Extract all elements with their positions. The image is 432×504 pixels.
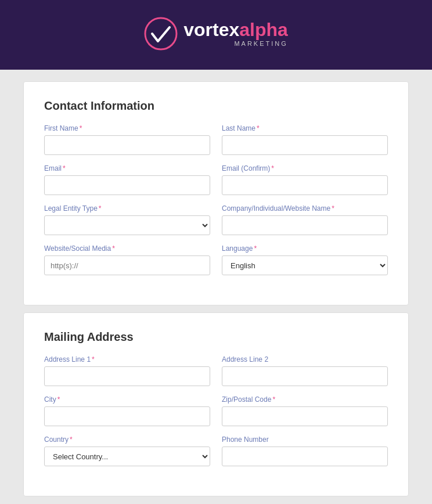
contact-section: Contact Information First Name* Last Nam… <box>23 81 409 305</box>
logo-brand: vortexalpha <box>183 20 288 39</box>
svg-point-0 <box>145 18 177 49</box>
address-line2-input[interactable] <box>222 366 388 386</box>
email-group: Email* <box>44 164 210 195</box>
email-confirm-group: Email (Confirm)* <box>222 164 388 195</box>
mailing-row-1: Address Line 1* Address Line 2 <box>44 355 388 386</box>
city-input[interactable] <box>44 406 210 426</box>
first-name-input[interactable] <box>44 135 210 155</box>
email-confirm-label: Email (Confirm)* <box>222 164 388 172</box>
logo-container: vortexalpha MARKETING <box>144 17 288 51</box>
zip-code-input[interactable] <box>222 406 388 426</box>
last-name-input[interactable] <box>222 135 388 155</box>
country-group: Country* Select Country... United States… <box>44 435 210 466</box>
contact-row-4: Website/Social Media* Language* English … <box>44 244 388 275</box>
email-label: Email* <box>44 164 210 172</box>
website-social-label: Website/Social Media* <box>44 244 210 253</box>
last-name-group: Last Name* <box>222 124 388 155</box>
legal-entity-select[interactable]: Individual Company LLC <box>44 215 210 235</box>
language-group: Language* English Spanish French German <box>222 244 388 275</box>
brand-white: vortex <box>183 19 239 40</box>
logo-text: vortexalpha MARKETING <box>183 20 288 47</box>
address-line2-label: Address Line 2 <box>222 355 388 363</box>
company-name-input[interactable] <box>222 215 388 235</box>
contact-row-3: Legal Entity Type* Individual Company LL… <box>44 204 388 235</box>
address-line1-group: Address Line 1* <box>44 355 210 386</box>
mailing-section-title: Mailing Address <box>44 330 388 344</box>
legal-entity-label: Legal Entity Type* <box>44 204 210 213</box>
website-social-input[interactable] <box>44 255 210 275</box>
mailing-section: Mailing Address Address Line 1* Address … <box>23 312 409 496</box>
main-content: Contact Information First Name* Last Nam… <box>0 70 432 504</box>
header: vortexalpha MARKETING <box>0 0 432 70</box>
brand-pink: alpha <box>239 19 288 40</box>
country-select[interactable]: Select Country... United States United K… <box>44 447 210 466</box>
language-select[interactable]: English Spanish French German <box>222 255 388 275</box>
contact-section-title: Contact Information <box>44 99 388 113</box>
zip-code-group: Zip/Postal Code* <box>222 395 388 426</box>
phone-number-group: Phone Number <box>222 435 388 466</box>
email-input[interactable] <box>44 175 210 195</box>
zip-code-label: Zip/Postal Code* <box>222 395 388 404</box>
country-label: Country* <box>44 435 210 444</box>
mailing-row-3: Country* Select Country... United States… <box>44 435 388 466</box>
first-name-group: First Name* <box>44 124 210 155</box>
email-confirm-input[interactable] <box>222 175 388 195</box>
city-label: City* <box>44 395 210 404</box>
website-social-group: Website/Social Media* <box>44 244 210 275</box>
address-line2-group: Address Line 2 <box>222 355 388 386</box>
address-line1-label: Address Line 1* <box>44 355 210 363</box>
last-name-label: Last Name* <box>222 124 388 132</box>
city-group: City* <box>44 395 210 426</box>
logo-icon <box>144 17 178 51</box>
first-name-label: First Name* <box>44 124 210 132</box>
phone-number-label: Phone Number <box>222 435 388 444</box>
logo-marketing: MARKETING <box>234 40 287 47</box>
address-line1-input[interactable] <box>44 366 210 386</box>
contact-row-1: First Name* Last Name* <box>44 124 388 155</box>
company-name-label: Company/Individual/Website Name* <box>222 204 388 213</box>
phone-number-input[interactable] <box>222 447 388 466</box>
legal-entity-group: Legal Entity Type* Individual Company LL… <box>44 204 210 235</box>
company-name-group: Company/Individual/Website Name* <box>222 204 388 235</box>
language-label: Language* <box>222 244 388 253</box>
contact-row-2: Email* Email (Confirm)* <box>44 164 388 195</box>
mailing-row-2: City* Zip/Postal Code* <box>44 395 388 426</box>
